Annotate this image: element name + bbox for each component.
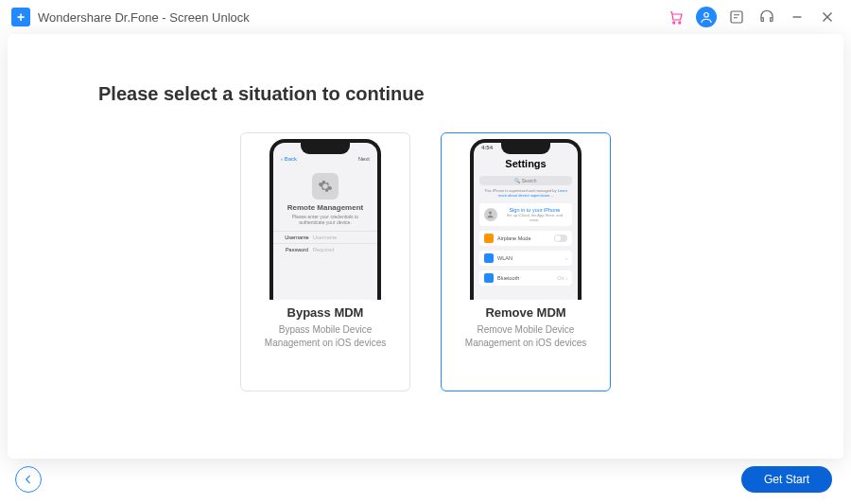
wifi-icon xyxy=(484,253,494,263)
rm-row-username: Username Username xyxy=(273,231,377,243)
airplane-icon xyxy=(484,234,494,243)
signin-cell: Sign in to your iPhone Set up iCloud, th… xyxy=(479,203,572,226)
toggle-icon xyxy=(554,235,567,242)
supervision-notice: This iPhone is supervised and managed by… xyxy=(479,189,572,199)
settings-item-airplane: Airplane Mode xyxy=(479,231,572,246)
gear-icon xyxy=(312,173,339,200)
avatar-icon xyxy=(484,208,497,221)
rm-subtitle: Please enter your credentials to authent… xyxy=(273,212,377,231)
rm-title: Remote Management xyxy=(273,203,377,212)
card-title: Remove MDM xyxy=(442,305,610,320)
phone-next-label: Next xyxy=(358,156,370,162)
settings-item-bluetooth: Bluetooth On › xyxy=(479,270,572,286)
cart-icon[interactable] xyxy=(666,7,686,27)
rm-row-password: Password Required xyxy=(273,243,377,255)
close-icon[interactable] xyxy=(817,7,838,27)
feedback-icon[interactable] xyxy=(726,7,747,27)
card-desc: Bypass Mobile Device Management on iOS d… xyxy=(241,320,409,349)
minimize-icon[interactable] xyxy=(787,7,808,27)
card-desc: Remove Mobile Device Management on iOS d… xyxy=(442,320,610,349)
chevron-right-icon: On › xyxy=(557,275,567,281)
settings-title: Settings xyxy=(481,158,570,169)
svg-point-1 xyxy=(679,22,681,24)
get-start-button[interactable]: Get Start xyxy=(741,466,832,493)
page-heading: Please select a situation to continue xyxy=(98,83,425,105)
window-title: Wondershare Dr.Fone - Screen Unlock xyxy=(38,10,250,25)
phone-back-label: ‹ Back xyxy=(281,156,297,162)
settings-search: 🔍 Search xyxy=(479,176,572,185)
svg-point-0 xyxy=(673,22,675,24)
chevron-right-icon: › xyxy=(565,255,567,261)
svg-rect-3 xyxy=(731,11,742,23)
svg-point-4 xyxy=(489,212,492,215)
back-button[interactable] xyxy=(15,466,42,493)
bluetooth-icon xyxy=(484,273,494,283)
phone-mock-bypass: ‹ Back Next Remote Management Please ent… xyxy=(269,139,381,300)
card-title: Bypass MDM xyxy=(241,305,409,320)
titlebar: + Wondershare Dr.Fone - Screen Unlock xyxy=(0,0,851,34)
app-logo-icon: + xyxy=(11,8,30,26)
option-cards: ‹ Back Next Remote Management Please ent… xyxy=(0,132,851,391)
card-remove-mdm[interactable]: 4:54 Settings 🔍 Search This iPhone is su… xyxy=(441,132,611,391)
svg-point-2 xyxy=(704,13,709,18)
settings-item-wlan: WLAN › xyxy=(479,251,572,266)
support-icon[interactable] xyxy=(756,7,777,27)
phone-mock-remove: 4:54 Settings 🔍 Search This iPhone is su… xyxy=(470,139,582,300)
phone-time: 4:54 xyxy=(481,145,493,150)
user-icon[interactable] xyxy=(696,7,717,27)
card-bypass-mdm[interactable]: ‹ Back Next Remote Management Please ent… xyxy=(240,132,410,391)
